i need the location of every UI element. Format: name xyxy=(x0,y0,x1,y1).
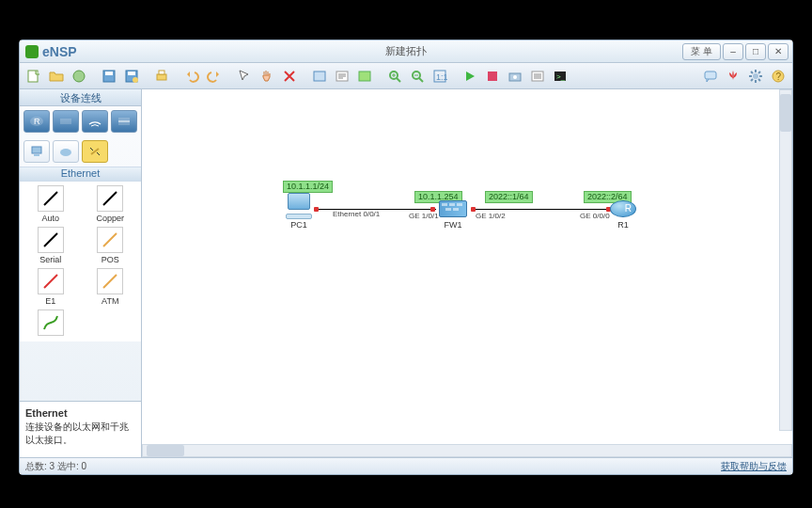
maximize-button[interactable]: □ xyxy=(745,43,766,60)
svg-line-55 xyxy=(44,233,57,246)
huawei-icon[interactable] xyxy=(723,66,743,87)
endpoint-icon xyxy=(314,207,319,212)
topology-canvas[interactable]: 10.1.1.1/24 10.1.1.254 2022::1/64 2022::… xyxy=(142,89,792,444)
svg-rect-50 xyxy=(32,147,41,153)
cat-cloud-icon[interactable] xyxy=(53,140,79,163)
svg-text:?: ? xyxy=(776,71,782,82)
device-pc1[interactable]: PC1 xyxy=(285,193,313,230)
undo-icon[interactable] xyxy=(181,66,202,87)
capture-icon[interactable] xyxy=(505,66,525,87)
save-as-icon[interactable] xyxy=(121,66,142,87)
minimize-button[interactable]: – xyxy=(723,43,743,60)
svg-line-53 xyxy=(44,192,57,205)
save-icon[interactable] xyxy=(99,66,119,87)
cat-pc-icon[interactable] xyxy=(23,140,50,163)
zoom-fit-icon[interactable]: 1:1 xyxy=(429,66,450,87)
svg-rect-5 xyxy=(128,71,135,75)
list-icon[interactable] xyxy=(527,66,548,87)
app-window: eNSP 新建拓扑 菜 单 – □ ✕ 1:1 xyxy=(19,40,793,475)
new-icon[interactable] xyxy=(23,66,44,87)
cat-connection-icon[interactable] xyxy=(82,140,108,163)
category-row-2 xyxy=(20,136,141,167)
svg-line-16 xyxy=(397,78,400,82)
ip-badge-pc1[interactable]: 10.1.1.1/24 xyxy=(283,181,333,193)
link-tool-grid: Auto Copper Serial POS E1 xyxy=(20,182,141,341)
svg-line-40 xyxy=(758,79,760,81)
link-copper[interactable]: Copper xyxy=(86,185,136,223)
terminal-icon[interactable]: >_ xyxy=(550,66,570,87)
info-body: 连接设备的以太网和千兆以太接口。 xyxy=(25,421,135,447)
svg-line-41 xyxy=(751,79,753,81)
port-label: Ethernet 0/0/1 xyxy=(333,210,380,218)
page-title: 新建拓扑 xyxy=(20,44,792,58)
info-panel: Ethernet 连接设备的以太网和千兆以太接口。 xyxy=(20,401,141,457)
zoom-in-icon[interactable] xyxy=(384,66,405,87)
svg-rect-51 xyxy=(34,154,39,156)
help-icon[interactable]: ? xyxy=(768,66,789,87)
window-controls: 菜 单 – □ ✕ xyxy=(682,43,789,60)
pc-icon xyxy=(285,193,313,219)
cat-firewall-icon[interactable] xyxy=(111,110,137,133)
link-auto[interactable]: Auto xyxy=(25,185,76,223)
cat-switch-icon[interactable] xyxy=(53,110,79,133)
start-icon[interactable] xyxy=(460,66,480,87)
pointer-icon[interactable] xyxy=(234,66,255,87)
menu-button[interactable]: 菜 单 xyxy=(682,43,721,60)
link-pos[interactable]: POS xyxy=(86,227,136,264)
text-icon[interactable] xyxy=(332,66,352,87)
svg-line-39 xyxy=(751,71,753,73)
svg-text:1:1: 1:1 xyxy=(436,72,447,82)
svg-rect-24 xyxy=(488,71,497,81)
device-r1[interactable]: R1 xyxy=(610,200,636,230)
svg-rect-8 xyxy=(159,71,164,74)
rect-icon[interactable] xyxy=(309,66,330,87)
sidebar-title: 设备连线 xyxy=(20,89,141,106)
palette-icon[interactable] xyxy=(354,66,375,87)
link-serial[interactable]: Serial xyxy=(25,227,76,264)
svg-line-58 xyxy=(103,275,117,288)
device-label: PC1 xyxy=(285,220,313,230)
feedback-link[interactable]: 获取帮助与反馈 xyxy=(721,460,787,473)
redo-icon[interactable] xyxy=(204,66,225,87)
link-fw1-r1[interactable] xyxy=(471,209,612,210)
svg-point-52 xyxy=(60,149,71,156)
svg-line-56 xyxy=(103,233,117,246)
globe-icon[interactable] xyxy=(69,66,89,87)
svg-line-54 xyxy=(103,192,117,205)
vertical-scrollbar[interactable] xyxy=(779,89,792,431)
link-e1[interactable]: E1 xyxy=(25,268,76,306)
print-icon[interactable] xyxy=(151,66,172,87)
svg-rect-47 xyxy=(60,119,71,124)
zoom-out-icon[interactable] xyxy=(407,66,428,87)
horizontal-scrollbar[interactable] xyxy=(142,444,792,457)
svg-point-26 xyxy=(513,75,517,79)
chat-icon[interactable] xyxy=(700,66,721,87)
svg-rect-9 xyxy=(314,71,325,81)
svg-rect-14 xyxy=(359,71,370,81)
statusbar: 总数: 3 选中: 0 获取帮助与反馈 xyxy=(20,457,792,474)
category-row-1: R xyxy=(20,106,141,136)
svg-rect-33 xyxy=(705,71,716,79)
port-label: GE 0/0/0 xyxy=(580,212,610,220)
sidebar-subtitle: Ethernet xyxy=(20,167,141,182)
close-button[interactable]: ✕ xyxy=(768,43,789,60)
svg-rect-3 xyxy=(105,71,113,75)
link-curve[interactable] xyxy=(25,310,76,338)
svg-point-6 xyxy=(133,77,138,83)
svg-rect-7 xyxy=(157,74,166,80)
open-icon[interactable] xyxy=(46,66,67,87)
cat-wlan-icon[interactable] xyxy=(82,110,108,133)
device-fw1[interactable]: FW1 xyxy=(439,198,467,230)
device-label: FW1 xyxy=(439,220,467,230)
pan-icon[interactable] xyxy=(257,66,277,87)
gear-icon[interactable] xyxy=(745,66,766,87)
delete-icon[interactable] xyxy=(279,66,300,87)
titlebar: eNSP 新建拓扑 菜 单 – □ ✕ xyxy=(20,40,792,63)
router-icon xyxy=(610,200,636,219)
ip-badge-fw1-right[interactable]: 2022::1/64 xyxy=(485,191,533,203)
sidebar: 设备连线 R Ethernet Auto Copper xyxy=(20,89,142,457)
firewall-icon xyxy=(439,198,467,219)
stop-icon[interactable] xyxy=(482,66,503,87)
link-atm[interactable]: ATM xyxy=(86,268,136,306)
cat-router-icon[interactable]: R xyxy=(23,110,50,133)
